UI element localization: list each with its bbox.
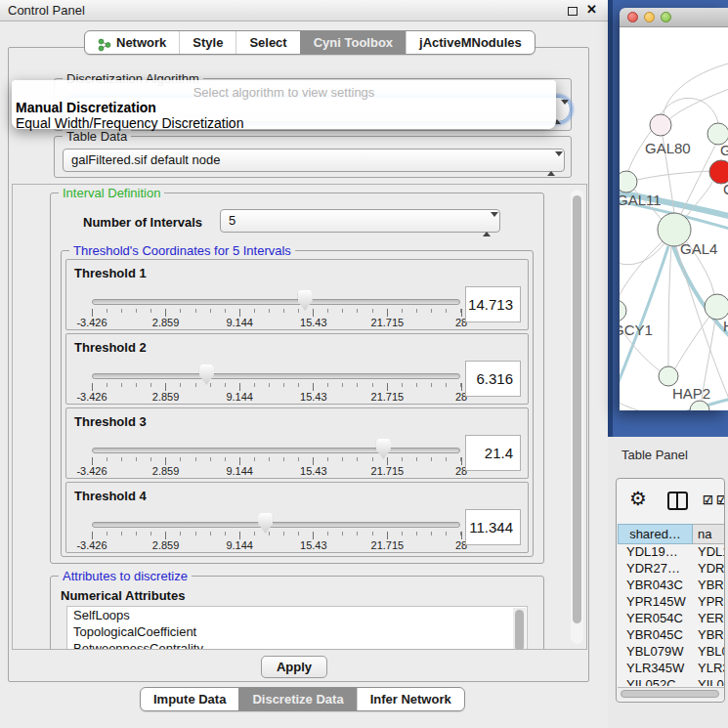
cell-shared-name: YER054C bbox=[618, 611, 693, 627]
window-minimize-icon[interactable] bbox=[644, 12, 655, 22]
threshold-group-title: Threshold's Coordinates for 5 Intervals bbox=[69, 243, 295, 258]
network-node[interactable] bbox=[690, 401, 709, 410]
table-row[interactable]: YBR045CYBR0 bbox=[618, 627, 725, 644]
attribute-list-item[interactable]: TopologicalCoefficient bbox=[67, 623, 527, 640]
tick-label: 9.144 bbox=[226, 391, 253, 403]
attributes-group-title: Attributes to discretize bbox=[59, 569, 192, 583]
attribute-list-item[interactable]: SelfLoops bbox=[67, 607, 527, 623]
major-tick bbox=[239, 309, 240, 317]
cell-name: YBR0 bbox=[693, 578, 725, 594]
tab-select[interactable]: Select bbox=[236, 31, 299, 54]
checkbox-icon[interactable]: ☑ bbox=[716, 493, 725, 507]
cell-shared-name: YBR043C bbox=[618, 578, 693, 594]
window-zoom-icon[interactable] bbox=[661, 12, 671, 22]
column-header-name[interactable]: na bbox=[693, 524, 725, 544]
network-node[interactable] bbox=[705, 294, 728, 320]
tick-label: 21.715 bbox=[371, 539, 405, 551]
float-panel-icon[interactable] bbox=[568, 7, 578, 16]
threshold-value-field[interactable]: 14.713 bbox=[465, 286, 521, 322]
major-tick bbox=[165, 383, 166, 391]
tab-style[interactable]: Style bbox=[179, 31, 236, 54]
threshold-value-field[interactable]: 21.4 bbox=[465, 435, 521, 471]
network-edge bbox=[620, 246, 668, 384]
network-canvas[interactable]: GAL80GACGAL11GAL4GCY1HHAP2 bbox=[620, 27, 728, 410]
network-node[interactable] bbox=[620, 171, 637, 193]
tab-jactivemnodules-label: jActiveMNodules bbox=[419, 31, 522, 55]
number-of-intervals-combobox[interactable]: 5 bbox=[220, 209, 500, 233]
table-row[interactable]: YBL079WYBL0 bbox=[618, 644, 725, 661]
column-header-shared-name[interactable]: shared… bbox=[618, 524, 693, 544]
algorithm-dropdown-popup: Select algorithm to view settings Manual… bbox=[12, 80, 556, 129]
tick-label: 2.859 bbox=[152, 317, 180, 328]
table-scrollbar-thumb[interactable] bbox=[621, 690, 719, 698]
settings-scrollbar-thumb[interactable] bbox=[573, 195, 581, 623]
algorithm-option-manual[interactable]: Manual Discretization bbox=[16, 100, 156, 115]
cell-shared-name: YDL19… bbox=[618, 544, 693, 561]
numerical-attributes-list[interactable]: SelfLoopsTopologicalCoefficientBetweenne… bbox=[66, 606, 528, 650]
tab-network[interactable]: Network bbox=[85, 31, 179, 54]
network-window-titlebar[interactable] bbox=[620, 8, 728, 27]
table-row[interactable]: YPR145WYPR1 bbox=[618, 594, 725, 611]
tab-discretize-data[interactable]: Discretize Data bbox=[238, 688, 356, 710]
network-graph: GAL80GACGAL11GAL4GCY1HHAP2 bbox=[620, 27, 728, 410]
window-close-icon[interactable] bbox=[627, 12, 638, 22]
bottom-tab-bar: Impute Data Discretize Data Infer Networ… bbox=[140, 687, 465, 711]
cell-shared-name: YIL052C bbox=[618, 677, 693, 686]
network-window: GAL80GACGAL11GAL4GCY1HHAP2 bbox=[620, 8, 728, 410]
network-node-label: GAL80 bbox=[645, 140, 691, 156]
table-row[interactable]: YDL19…YDL1 bbox=[618, 544, 725, 561]
table-row[interactable]: YIL052CYIL0 bbox=[618, 677, 725, 686]
slider-ticks bbox=[92, 457, 461, 465]
network-icon bbox=[98, 36, 111, 50]
tick-label: 15.43 bbox=[300, 465, 327, 477]
slider-tick-labels: -3.4262.8599.14415.4321.71528 bbox=[92, 465, 461, 477]
slider-thumb[interactable] bbox=[199, 364, 214, 385]
gear-icon[interactable]: ⚙ bbox=[629, 487, 647, 510]
close-panel-icon[interactable]: ✕ bbox=[586, 2, 597, 17]
slider-thumb[interactable] bbox=[258, 513, 273, 534]
table-panel-region: Table Panel ⚙ ☑ ☑ shared… na YDL19…YDL1Y… bbox=[608, 437, 728, 728]
table-data-group: Table Data galFiltered.sif default node bbox=[54, 136, 572, 178]
threshold-value-field[interactable]: 6.316 bbox=[465, 361, 521, 397]
settings-scrollpane: Interval Definition Number of Intervals … bbox=[12, 184, 587, 650]
network-node[interactable] bbox=[650, 114, 671, 136]
table-row[interactable]: YDR27…YDR2 bbox=[618, 561, 725, 578]
table-horizontal-scrollbar[interactable] bbox=[618, 687, 725, 700]
apply-button[interactable]: Apply bbox=[261, 656, 327, 678]
cell-shared-name: YBR045C bbox=[618, 627, 693, 644]
checkbox-icon[interactable]: ☑ bbox=[703, 493, 713, 507]
tick-label: -3.426 bbox=[76, 317, 107, 328]
threshold-value-field[interactable]: 11.344 bbox=[465, 509, 521, 545]
tick-label: 9.144 bbox=[226, 539, 253, 551]
network-node[interactable] bbox=[659, 366, 678, 386]
tab-cyni-toolbox[interactable]: Cyni Toolbox bbox=[300, 31, 406, 54]
top-tab-bar: Network Style Select Cyni Toolbox jActiv… bbox=[84, 30, 535, 55]
tick-label: 9.144 bbox=[226, 317, 253, 328]
table-row[interactable]: YBR043CYBR0 bbox=[618, 578, 725, 594]
slider-thumb[interactable] bbox=[298, 290, 313, 311]
major-tick bbox=[461, 532, 462, 539]
cell-shared-name: YPR145W bbox=[618, 594, 693, 611]
tab-jactivemnodules[interactable]: jActiveMNodules bbox=[406, 31, 535, 54]
interval-definition-group: Interval Definition Number of Intervals … bbox=[50, 193, 544, 564]
attributes-scrollbar-thumb[interactable] bbox=[515, 610, 524, 650]
slider-tick-labels: -3.4262.8599.14415.4321.71528 bbox=[92, 391, 461, 403]
tab-cyni-toolbox-label: Cyni Toolbox bbox=[314, 31, 393, 55]
settings-vertical-scrollbar[interactable] bbox=[571, 190, 583, 644]
tab-infer-network-label: Infer Network bbox=[370, 688, 451, 711]
network-node[interactable] bbox=[620, 300, 626, 321]
table-row[interactable]: YLR345WYLR3 bbox=[618, 661, 725, 677]
table-data-combobox[interactable]: galFiltered.sif default node bbox=[63, 149, 565, 172]
combo-stepper-icon bbox=[547, 153, 556, 175]
tab-impute-data[interactable]: Impute Data bbox=[141, 688, 238, 710]
split-columns-icon[interactable] bbox=[667, 492, 688, 510]
network-node-label: H bbox=[723, 318, 728, 334]
table-row[interactable]: YER054CYER0 bbox=[618, 611, 725, 627]
tab-infer-network[interactable]: Infer Network bbox=[357, 688, 464, 710]
attribute-list-item[interactable]: BetweennessCentrality bbox=[67, 640, 527, 650]
slider-tick-labels: -3.4262.8599.14415.4321.71528 bbox=[92, 317, 461, 328]
network-node-label: GCY1 bbox=[620, 321, 653, 338]
attributes-scrollbar[interactable] bbox=[513, 608, 526, 650]
slider-thumb[interactable] bbox=[376, 439, 391, 459]
algorithm-option-equal-width[interactable]: Equal Width/Frequency Discretization bbox=[16, 115, 243, 131]
